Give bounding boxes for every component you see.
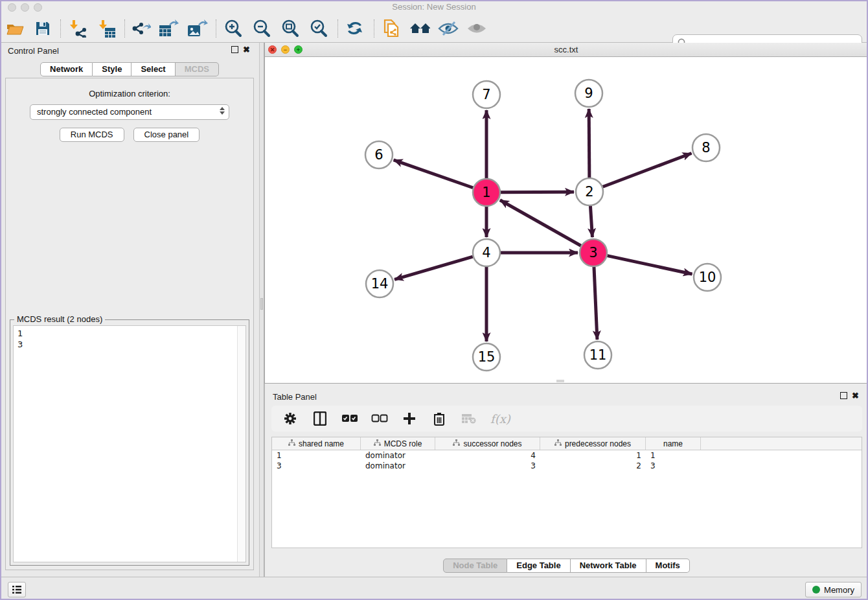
- cell-MCDS-role[interactable]: dominator: [361, 450, 435, 461]
- criterion-select[interactable]: strongly connected component: [30, 104, 229, 120]
- import-table-icon[interactable]: [97, 19, 117, 38]
- tab-edge-table[interactable]: Edge Table: [507, 559, 570, 573]
- edge-2-3[interactable]: [590, 206, 592, 237]
- tab-node-table[interactable]: Node Table: [443, 559, 507, 573]
- toggle-column-icon[interactable]: [312, 410, 328, 427]
- node-label: 15: [478, 349, 496, 365]
- network-view-window: ✕ − + scc.txt 7968124314101511: [264, 43, 868, 384]
- edge-3-1[interactable]: [500, 200, 581, 246]
- memory-status-icon: [812, 586, 820, 594]
- network-graph[interactable]: 7968124314101511: [265, 57, 867, 382]
- network-window-titlebar[interactable]: ✕ − + scc.txt: [265, 43, 867, 57]
- float-table-panel-icon[interactable]: [840, 392, 847, 399]
- export-table-icon[interactable]: [159, 19, 179, 38]
- tab-mcds[interactable]: MCDS: [176, 62, 219, 76]
- edge-2-8[interactable]: [603, 153, 692, 187]
- cell-predecessor-nodes[interactable]: 1: [540, 450, 646, 461]
- node-label: 1: [482, 185, 490, 200]
- cell-name[interactable]: 1: [646, 450, 701, 461]
- add-column-icon[interactable]: [401, 410, 418, 427]
- sort-column-icon: [374, 439, 381, 448]
- panel-splitter[interactable]: [259, 43, 264, 577]
- memory-button[interactable]: Memory: [805, 582, 862, 597]
- export-network-icon[interactable]: [131, 19, 152, 38]
- cell-MCDS-role[interactable]: dominator: [361, 461, 435, 471]
- control-panel-title: Control Panel: [8, 46, 59, 56]
- zoom-selected-icon[interactable]: [308, 19, 329, 38]
- edge-1-2[interactable]: [501, 192, 574, 192]
- hide-selected-icon[interactable]: [438, 19, 459, 38]
- edge-3-10[interactable]: [608, 256, 692, 274]
- function-builder-icon[interactable]: f(x): [490, 412, 510, 426]
- column-header-name[interactable]: name: [646, 437, 701, 450]
- result-item: 3: [17, 339, 246, 350]
- memory-label: Memory: [824, 585, 854, 595]
- tab-motifs[interactable]: Motifs: [646, 559, 690, 573]
- cell-name[interactable]: 3: [646, 461, 701, 471]
- cell-successor-nodes[interactable]: 3: [435, 461, 540, 471]
- edge-1-6[interactable]: [394, 160, 474, 188]
- table-body: 1dominator4113dominator323: [272, 450, 862, 471]
- open-session-icon[interactable]: [5, 19, 26, 38]
- save-session-icon[interactable]: [32, 19, 53, 38]
- show-selected-icon[interactable]: [466, 19, 487, 38]
- run-mcds-button[interactable]: Run MCDS: [60, 128, 124, 142]
- cell-shared-name[interactable]: 1: [272, 450, 361, 461]
- table-row[interactable]: 3dominator323: [272, 461, 862, 471]
- cell-shared-name[interactable]: 3: [272, 461, 361, 471]
- window-title: Session: New Session: [0, 2, 868, 12]
- column-header-shared-name[interactable]: shared name: [272, 437, 361, 450]
- node-label: 8: [702, 140, 710, 156]
- node-label: 7: [482, 87, 490, 102]
- edge-2-9[interactable]: [589, 109, 589, 178]
- close-table-panel-icon[interactable]: ✖: [852, 392, 859, 399]
- select-all-rows-icon[interactable]: [341, 410, 358, 427]
- cell-predecessor-nodes[interactable]: 2: [540, 461, 646, 471]
- import-network-icon[interactable]: [67, 19, 88, 38]
- mcds-result-box: MCDS result (2 nodes) 13: [10, 319, 249, 566]
- tab-network[interactable]: Network: [40, 62, 93, 76]
- select-stepper-icon: [220, 107, 225, 115]
- network-clone-icon[interactable]: [381, 19, 402, 38]
- column-header-successor-nodes[interactable]: successor nodes: [435, 437, 540, 450]
- result-scrollbar[interactable]: [237, 326, 246, 562]
- mcds-result-title: MCDS result (2 nodes): [14, 314, 105, 324]
- node-label: 9: [584, 86, 593, 101]
- canvas-scroll-grip[interactable]: [556, 380, 564, 382]
- control-panel: Control Panel ✖ NetworkStyleSelectMCDS O…: [0, 43, 259, 577]
- titlebar: Session: New Session: [0, 0, 868, 14]
- mcds-result-list[interactable]: 13: [14, 326, 246, 350]
- cell-successor-nodes[interactable]: 4: [435, 450, 540, 461]
- edge-3-11[interactable]: [594, 267, 597, 340]
- delete-column-icon[interactable]: [461, 410, 477, 427]
- float-panel-icon[interactable]: [231, 46, 238, 53]
- refresh-icon[interactable]: [345, 19, 365, 38]
- table-row[interactable]: 1dominator411: [272, 450, 862, 461]
- table-header-row: shared nameMCDS rolesuccessor nodesprede…: [272, 437, 862, 450]
- close-panel-button[interactable]: Close panel: [133, 128, 200, 142]
- node-label: 2: [585, 184, 593, 200]
- tab-select[interactable]: Select: [131, 62, 175, 76]
- tab-style[interactable]: Style: [93, 62, 131, 76]
- network-view-title: scc.txt: [265, 45, 867, 54]
- node-label: 14: [371, 276, 389, 292]
- splitter-grip-icon[interactable]: [260, 298, 263, 310]
- network-canvas[interactable]: 7968124314101511: [265, 57, 867, 382]
- column-header-predecessor-nodes[interactable]: predecessor nodes: [540, 437, 646, 450]
- zoom-fit-icon[interactable]: [280, 19, 301, 38]
- zoom-out-icon[interactable]: [251, 19, 272, 38]
- edge-4-14[interactable]: [394, 257, 473, 279]
- table-settings-icon[interactable]: [282, 410, 299, 427]
- zoom-in-icon[interactable]: [223, 19, 244, 38]
- node-label: 3: [589, 245, 597, 260]
- task-history-button[interactable]: [8, 582, 26, 597]
- delete-row-icon[interactable]: [431, 410, 448, 427]
- column-header-MCDS-role[interactable]: MCDS role: [361, 437, 435, 450]
- node-label: 6: [374, 147, 383, 163]
- main-toolbar: [0, 14, 868, 43]
- show-all-networks-icon[interactable]: [409, 19, 430, 38]
- tab-network-table[interactable]: Network Table: [571, 559, 646, 573]
- close-panel-icon[interactable]: ✖: [243, 46, 250, 53]
- deselect-all-rows-icon[interactable]: [371, 410, 388, 427]
- export-image-icon[interactable]: [187, 19, 208, 38]
